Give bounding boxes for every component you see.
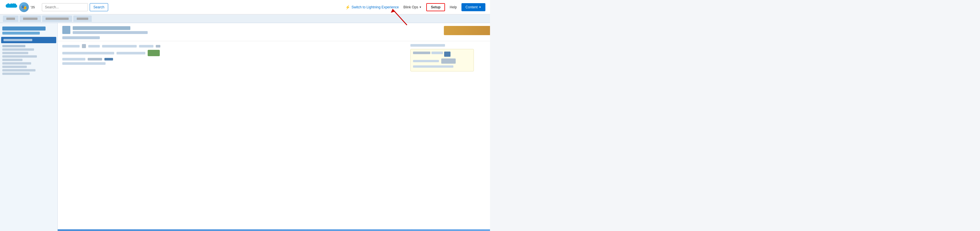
subnav-tab-4[interactable] <box>73 16 92 22</box>
content-header <box>58 23 490 41</box>
year-badge: '25 <box>30 5 35 9</box>
sidebar-section <box>2 45 55 75</box>
lightning-icon: ⚡ <box>345 5 350 9</box>
right-data-row-1 <box>410 44 485 47</box>
main-container <box>0 23 490 231</box>
data-row-2 <box>62 50 405 56</box>
data-row-3 <box>62 58 405 60</box>
logo-area: 🎭 '25 <box>5 2 35 12</box>
content-body <box>58 41 490 74</box>
subnav-tab-home[interactable] <box>3 16 19 22</box>
help-link[interactable]: Help <box>450 5 457 9</box>
search-button[interactable]: Search <box>90 3 108 11</box>
app-header: 🎭 '25 Search ⚡ Switch to Lightning Exper… <box>0 0 490 14</box>
subnav-tab-2[interactable] <box>20 16 41 22</box>
mascot-icon: 🎭 <box>19 2 29 12</box>
header-right: ⚡ Switch to Lightning Experience Blink O… <box>345 3 485 11</box>
salesforce-cloud-icon <box>5 3 17 11</box>
content-left <box>62 44 405 71</box>
note-content-row <box>413 59 471 64</box>
salesforce-logo <box>5 3 17 11</box>
blink-ops-caret: ▼ <box>419 6 422 9</box>
note-card <box>410 49 474 71</box>
content-title-block <box>62 26 485 39</box>
sub-navigation <box>0 14 490 23</box>
sidebar <box>0 23 58 231</box>
data-row-1 <box>62 44 405 48</box>
note-card-header <box>413 52 471 57</box>
floating-action-block[interactable] <box>444 26 490 35</box>
content-area <box>58 23 490 231</box>
data-row-4 <box>62 62 405 65</box>
blink-ops-dropdown[interactable]: Blink Ops ▼ <box>404 5 422 9</box>
switch-lightning-label: Switch to Lightning Experience <box>352 5 399 9</box>
content-button-label: Content <box>466 5 477 9</box>
blink-ops-label: Blink Ops <box>404 5 418 9</box>
setup-button[interactable]: Setup <box>426 3 445 11</box>
content-button-caret: ▼ <box>479 6 481 9</box>
content-button[interactable]: Content ▼ <box>461 3 485 11</box>
search-input[interactable] <box>42 3 88 11</box>
bottom-bar <box>58 229 490 231</box>
content-right <box>410 44 485 71</box>
subnav-tab-3[interactable] <box>42 16 72 22</box>
switch-lightning-link[interactable]: ⚡ Switch to Lightning Experience <box>345 5 399 9</box>
search-area: Search <box>42 3 108 11</box>
